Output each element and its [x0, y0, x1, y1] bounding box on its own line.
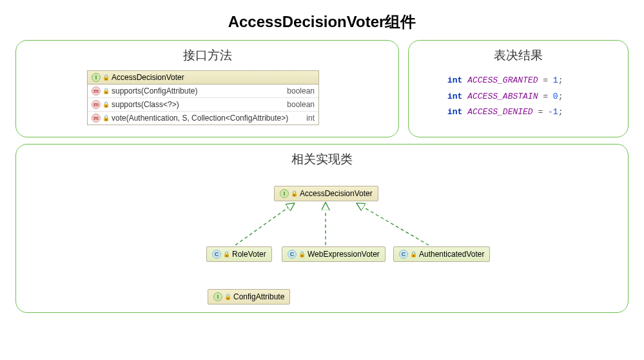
method-name: supports(Class<?>)	[112, 100, 179, 109]
interface-icon: I	[92, 73, 101, 82]
const-name: ACCESS_ABSTAIN	[467, 92, 538, 101]
interface-panel-title: 接口方法	[16, 47, 398, 64]
method-return: boolean	[287, 86, 315, 95]
const-name: ACCESS_GRANTED	[467, 75, 538, 85]
page-title: AccessDecisionVoter组件	[0, 0, 644, 40]
constant-line: int ACCESS_GRANTED = 1;	[447, 73, 628, 89]
method-return: boolean	[287, 100, 315, 109]
constant-line: int ACCESS_ABSTAIN = 0;	[447, 89, 628, 105]
keyword: int	[447, 92, 462, 101]
api-table-header: I 🔒 AccessDecisionVoter	[88, 71, 318, 85]
lock-icon: 🔒	[102, 101, 109, 108]
lock-icon: 🔒	[102, 88, 109, 94]
results-panel-title: 表决结果	[409, 47, 628, 64]
lock-icon: 🔒	[291, 190, 297, 197]
uml-class-impl: C 🔒 RoleVoter	[206, 246, 272, 262]
method-name: vote(Authentication, S, Collection<Confi…	[112, 114, 288, 123]
interface-icon: I	[213, 292, 222, 301]
lock-icon: 🔒	[102, 74, 109, 81]
lock-icon: 🔒	[298, 251, 305, 257]
api-method-row: m 🔒 supports(Class<?>) boolean	[88, 98, 318, 112]
constants-block: int ACCESS_GRANTED = 1; int ACCESS_ABSTA…	[447, 73, 628, 121]
const-value: -1	[548, 107, 558, 117]
svg-line-2	[358, 204, 429, 245]
impl-panel-title: 相关实现类	[16, 151, 628, 168]
results-panel: 表决结果 int ACCESS_GRANTED = 1; int ACCESS_…	[408, 40, 629, 137]
uml-name: RoleVoter	[232, 250, 266, 259]
api-table: I 🔒 AccessDecisionVoter m 🔒 supports(Con…	[87, 70, 319, 125]
constant-line: int ACCESS_DENIED = -1;	[447, 105, 628, 121]
class-icon: C	[399, 250, 408, 259]
uml-interface-extra: I 🔒 ConfigAttribute	[208, 289, 290, 305]
lock-icon: 🔒	[223, 251, 229, 257]
api-header-name: AccessDecisionVoter	[112, 73, 184, 82]
keyword: int	[447, 75, 462, 85]
uml-class-impl: C 🔒 AuthenticatedVoter	[393, 246, 490, 262]
const-name: ACCESS_DENIED	[467, 107, 532, 117]
lock-icon: 🔒	[410, 251, 416, 257]
interface-panel: 接口方法 I 🔒 AccessDecisionVoter m 🔒 support…	[15, 40, 399, 137]
uml-class-impl: C 🔒 WebExpressionVoter	[282, 246, 385, 262]
keyword: int	[447, 107, 462, 117]
const-value: 0	[553, 92, 558, 101]
uml-name: WebExpressionVoter	[307, 250, 380, 259]
uml-name: AccessDecisionVoter	[300, 189, 373, 198]
svg-line-0	[235, 204, 293, 245]
method-return: int	[306, 114, 315, 123]
method-name: supports(ConfigAttribute)	[112, 86, 197, 95]
lock-icon: 🔒	[102, 115, 109, 121]
interface-icon: I	[280, 189, 289, 198]
method-icon: m	[92, 86, 101, 95]
uml-name: AuthenticatedVoter	[419, 250, 484, 259]
class-icon: C	[288, 250, 297, 259]
top-panels: 接口方法 I 🔒 AccessDecisionVoter m 🔒 support…	[0, 40, 644, 137]
method-icon: m	[92, 114, 101, 123]
const-value: 1	[553, 75, 558, 85]
class-diagram: I 🔒 AccessDecisionVoter C 🔒 RoleVoter C …	[16, 174, 628, 310]
impl-panel: 相关实现类 I 🔒 AccessDecisionVoter C 🔒 RoleVo…	[15, 144, 629, 313]
api-method-row: m 🔒 supports(ConfigAttribute) boolean	[88, 85, 318, 98]
uml-interface-parent: I 🔒 AccessDecisionVoter	[274, 186, 378, 201]
api-method-row: m 🔒 vote(Authentication, S, Collection<C…	[88, 112, 318, 125]
class-icon: C	[212, 250, 221, 259]
method-icon: m	[92, 100, 101, 109]
lock-icon: 🔒	[224, 294, 231, 300]
uml-name: ConfigAttribute	[233, 292, 284, 301]
